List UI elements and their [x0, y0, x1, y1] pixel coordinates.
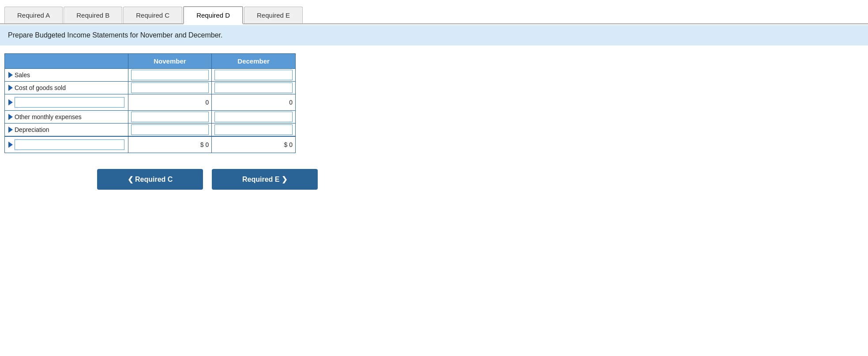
net-income-dec-value: 0: [289, 141, 293, 148]
net-income-dec-cell: $ 0: [212, 136, 296, 153]
depreciation-dec-cell[interactable]: [212, 124, 296, 137]
tabs-container: Required A Required B Required C Require…: [0, 0, 868, 24]
arrow-icon-net-income: [8, 142, 13, 148]
tab-required-c[interactable]: Required C: [123, 7, 182, 23]
label-depreciation: Depreciation: [5, 124, 128, 137]
prev-button-label: ❮ Required C: [128, 176, 173, 183]
net-income-dec-dollar: $: [284, 141, 287, 148]
next-button[interactable]: Required E ❯: [212, 169, 318, 190]
label-other-expenses: Other monthly expenses: [5, 111, 128, 124]
gross-profit-dec-cell: 0: [212, 94, 296, 111]
tab-required-e[interactable]: Required E: [244, 7, 303, 23]
table-row: Depreciation: [5, 124, 296, 137]
cogs-dec-input[interactable]: [214, 82, 293, 93]
label-cogs: Cost of goods sold: [5, 82, 128, 94]
net-income-nov-cell: $ 0: [128, 136, 212, 153]
instruction-text: Prepare Budgeted Income Statements for N…: [8, 31, 222, 39]
net-income-label-input[interactable]: [15, 139, 124, 150]
arrow-icon-depreciation: [8, 127, 13, 133]
other-expenses-dec-cell[interactable]: [212, 111, 296, 124]
nav-buttons: ❮ Required C Required E ❯: [0, 161, 868, 190]
header-december: December: [212, 54, 296, 69]
table-row: Sales: [5, 69, 296, 82]
other-expenses-label: Other monthly expenses: [15, 113, 82, 120]
arrow-icon-other-expenses: [8, 114, 13, 120]
sales-label: Sales: [15, 71, 30, 79]
other-expenses-dec-input[interactable]: [214, 112, 293, 122]
tab-required-d[interactable]: Required D: [183, 6, 243, 24]
table-header-row: November December: [5, 54, 296, 69]
label-net-income[interactable]: [5, 136, 128, 153]
arrow-icon-sales: [8, 72, 13, 78]
gross-profit-nov-cell: 0: [128, 94, 212, 111]
cogs-nov-input[interactable]: [131, 82, 209, 93]
instruction-bar: Prepare Budgeted Income Statements for N…: [0, 25, 868, 45]
depreciation-nov-input[interactable]: [131, 124, 209, 135]
gross-profit-dec-value: 0: [289, 99, 293, 106]
gross-profit-label-input[interactable]: [15, 97, 124, 108]
net-income-nov-dollar: $: [200, 141, 204, 148]
arrow-icon-cogs: [8, 85, 13, 91]
sales-nov-input[interactable]: [131, 70, 209, 80]
table-row: 0 0: [5, 94, 296, 111]
label-sales: Sales: [5, 69, 128, 82]
depreciation-nov-cell[interactable]: [128, 124, 212, 137]
cogs-nov-cell[interactable]: [128, 82, 212, 94]
cogs-label: Cost of goods sold: [15, 84, 66, 91]
table-row: Cost of goods sold: [5, 82, 296, 94]
sales-dec-cell[interactable]: [212, 69, 296, 82]
depreciation-label: Depreciation: [15, 126, 49, 133]
sales-nov-cell[interactable]: [128, 69, 212, 82]
header-november: November: [128, 54, 212, 69]
table-row: Other monthly expenses: [5, 111, 296, 124]
arrow-icon-gross-profit: [8, 99, 13, 105]
label-gross-profit[interactable]: [5, 94, 128, 111]
other-expenses-nov-cell[interactable]: [128, 111, 212, 124]
prev-button[interactable]: ❮ Required C: [97, 169, 203, 190]
net-income-nov-value: 0: [205, 141, 209, 148]
other-expenses-nov-input[interactable]: [131, 112, 209, 122]
table-section: November December Sales: [0, 45, 868, 161]
budget-table: November December Sales: [4, 53, 296, 153]
gross-profit-nov-value: 0: [205, 99, 209, 106]
next-button-label: Required E ❯: [242, 176, 287, 183]
tab-required-b[interactable]: Required B: [64, 7, 122, 23]
table-row: $ 0 $ 0: [5, 136, 296, 153]
sales-dec-input[interactable]: [214, 70, 293, 80]
header-label: [5, 54, 128, 69]
tab-required-a[interactable]: Required A: [4, 7, 63, 23]
depreciation-dec-input[interactable]: [214, 124, 293, 135]
cogs-dec-cell[interactable]: [212, 82, 296, 94]
